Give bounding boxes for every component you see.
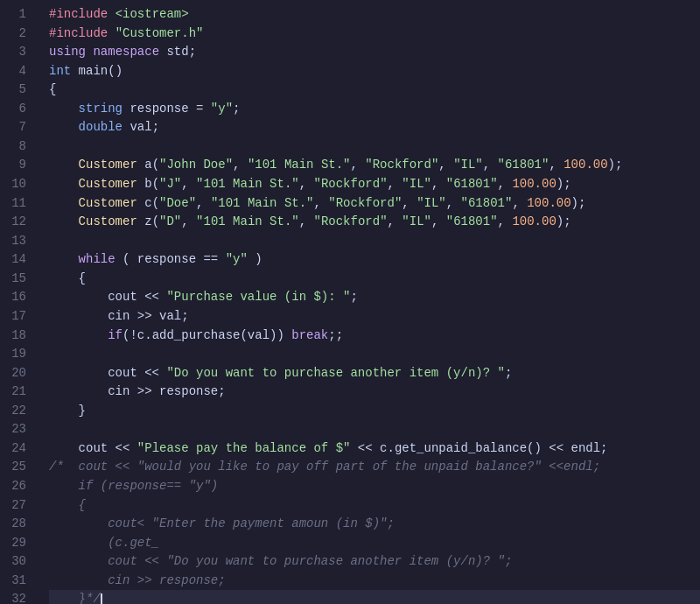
line-number-30: 30 [0, 552, 37, 572]
code-area[interactable]: #include <iostream>#include "Customer.h"… [37, 0, 700, 604]
code-line-1: #include <iostream> [49, 5, 700, 25]
line-number-9: 9 [0, 157, 37, 176]
code-line-16: cout << "Purchase value (in $): "; [49, 288, 700, 307]
line-number-7: 7 [0, 118, 37, 137]
code-line-32: }*/ [49, 590, 700, 604]
line-number-17: 17 [0, 307, 37, 327]
code-line-5: { [49, 81, 700, 100]
line-number-12: 12 [0, 213, 37, 232]
line-numbers: 1234567891011121314151617181920212223242… [0, 0, 37, 604]
code-line-7: double val; [49, 118, 700, 137]
code-line-29: (c.get_ [49, 534, 700, 553]
code-line-31: cin >> response; [49, 572, 700, 591]
code-line-21: cin >> response; [49, 383, 700, 402]
line-number-21: 21 [0, 383, 37, 402]
line-number-1: 1 [0, 5, 37, 25]
line-number-19: 19 [0, 345, 37, 364]
line-number-2: 2 [0, 25, 37, 44]
line-number-4: 4 [0, 62, 37, 81]
line-number-31: 31 [0, 572, 37, 591]
line-number-10: 10 [0, 175, 37, 194]
code-line-30: cout << "Do you want to purchase another… [49, 552, 700, 572]
code-line-9: Customer a("John Doe", "101 Main St.", "… [49, 157, 700, 176]
code-line-12: Customer z("D", "101 Main St.", "Rockfor… [49, 213, 700, 232]
code-line-25: /* cout << "would you like to pay off pa… [49, 459, 700, 478]
line-number-8: 8 [0, 137, 37, 157]
line-number-24: 24 [0, 439, 37, 459]
code-line-15: { [49, 270, 700, 289]
code-line-27: { [49, 496, 700, 516]
code-line-17: cin >> val; [49, 307, 700, 327]
code-line-19 [49, 345, 700, 364]
code-line-20: cout << "Do you want to purchase another… [49, 364, 700, 383]
code-line-11: Customer c("Doe", "101 Main St.", "Rockf… [49, 194, 700, 214]
code-line-2: #include "Customer.h" [49, 25, 700, 44]
code-line-10: Customer b("J", "101 Main St.", "Rockfor… [49, 175, 700, 194]
line-number-16: 16 [0, 288, 37, 307]
line-number-3: 3 [0, 43, 37, 62]
line-number-14: 14 [0, 250, 37, 270]
code-line-24: cout << "Please pay the balance of $" <<… [49, 439, 700, 459]
line-number-20: 20 [0, 364, 37, 383]
code-line-8 [49, 137, 700, 157]
line-number-25: 25 [0, 459, 37, 478]
code-line-14: while ( response == "y" ) [49, 250, 700, 270]
line-number-27: 27 [0, 496, 37, 516]
code-line-28: cout< "Enter the payment amoun (in $)"; [49, 515, 700, 534]
line-number-13: 13 [0, 232, 37, 251]
code-line-23 [49, 420, 700, 439]
line-number-6: 6 [0, 100, 37, 119]
code-line-18: if(!c.add_purchase(val)) break;; [49, 327, 700, 346]
code-line-6: string response = "y"; [49, 100, 700, 119]
line-number-22: 22 [0, 402, 37, 421]
line-number-23: 23 [0, 420, 37, 439]
code-line-4: int main() [49, 62, 700, 81]
line-number-29: 29 [0, 534, 37, 553]
code-line-26: if (response== "y") [49, 477, 700, 496]
line-number-26: 26 [0, 477, 37, 496]
code-editor[interactable]: 1234567891011121314151617181920212223242… [0, 0, 700, 604]
line-number-5: 5 [0, 81, 37, 100]
code-line-3: using namespace std; [49, 43, 700, 62]
line-number-28: 28 [0, 515, 37, 534]
code-line-13 [49, 232, 700, 251]
code-line-22: } [49, 402, 700, 421]
line-number-15: 15 [0, 270, 37, 289]
line-number-32: 32 [0, 590, 37, 604]
line-number-18: 18 [0, 327, 37, 346]
line-number-11: 11 [0, 194, 37, 214]
